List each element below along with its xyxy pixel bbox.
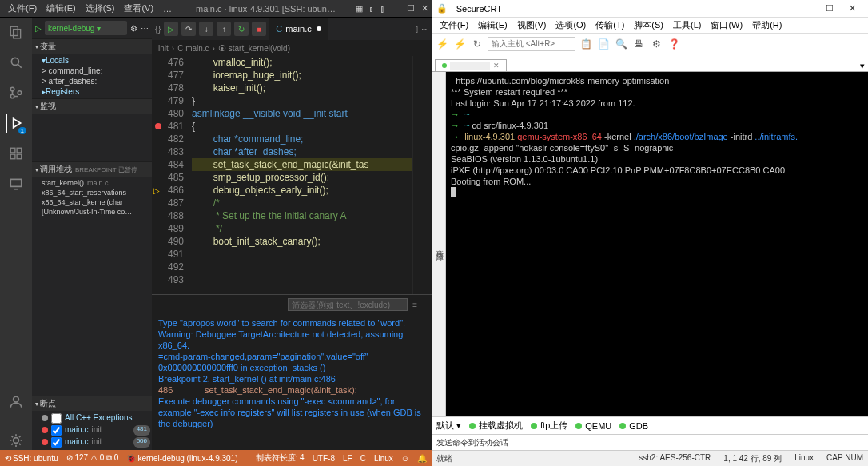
lang-status[interactable]: C (360, 454, 366, 463)
debug-config-select[interactable]: kernel-debug ▾ (45, 21, 127, 35)
debug-more-icon[interactable]: ⋯ (141, 24, 149, 33)
debug-icon[interactable]: 1 (6, 114, 25, 133)
account-icon[interactable] (6, 392, 26, 412)
tab-close-icon[interactable]: ✕ (493, 62, 500, 70)
step-over-button[interactable]: ↷ (181, 22, 196, 36)
panel-icon[interactable]: ⫿ (380, 4, 385, 14)
feedback-icon[interactable]: ☺ (401, 454, 409, 463)
console-more-icon[interactable]: ⋯ (417, 301, 425, 309)
print-icon[interactable]: 🖶 (631, 37, 646, 51)
bell-icon[interactable]: 🔔 (417, 454, 427, 463)
close-icon[interactable]: ✕ (421, 3, 428, 14)
filter-input[interactable] (288, 298, 408, 311)
split-icon[interactable]: ⫾ (369, 4, 374, 14)
source-control-icon[interactable] (6, 83, 26, 102)
bt-mount[interactable]: 挂载虚拟机 (469, 420, 523, 432)
eol-status[interactable]: LF (343, 454, 352, 463)
bt-default[interactable]: 默认 ▾ (436, 420, 461, 432)
variables-header[interactable]: ▾变量 (32, 39, 152, 54)
crt-session-tab[interactable]: ✕ (435, 59, 507, 71)
crt-status-ssh: ssh2: AES-256-CTR (639, 453, 711, 464)
minimize-icon[interactable]: — (392, 4, 400, 14)
braces-icon[interactable]: {} (155, 24, 161, 34)
crt-menu-help[interactable]: 帮助(H) (747, 19, 786, 31)
maximize-icon[interactable]: ☐ (407, 3, 415, 14)
crt-sidebar[interactable]: 诊所 清障 (432, 72, 446, 416)
help-icon[interactable]: ❓ (667, 37, 681, 51)
menu-select[interactable]: 选择(S) (81, 2, 120, 14)
debug-console[interactable]: Type "apropos word" to search for comman… (152, 314, 432, 450)
crt-menu-tools[interactable]: 工具(L) (668, 19, 706, 31)
svg-rect-9 (17, 148, 22, 153)
restart-button[interactable]: ↻ (234, 22, 249, 36)
extensions-icon[interactable] (6, 144, 26, 163)
bt-qemu[interactable]: QEMU (575, 421, 611, 431)
stack-frame[interactable]: start_kernel()main.c (40, 178, 152, 188)
minimize-button[interactable]: — (796, 1, 818, 17)
quick-connect-icon[interactable]: ⚡ (452, 37, 467, 51)
registers-header[interactable]: ▸ Registers (40, 86, 152, 97)
tabs-dropdown-icon[interactable]: ▾ (860, 61, 865, 71)
host-input[interactable] (488, 37, 575, 51)
os-status[interactable]: Linux (374, 454, 393, 463)
crt-menu-transfer[interactable]: 传输(T) (591, 19, 629, 31)
maximize-button[interactable]: ☐ (818, 1, 841, 17)
reconnect-icon[interactable]: ↻ (470, 37, 484, 51)
menu-edit[interactable]: 编辑(E) (42, 2, 81, 14)
remote-status[interactable]: ⟲ SSH: ubuntu (5, 454, 58, 463)
breadcrumb[interactable]: init › C main.c › ⦿ start_kernel(void) (152, 40, 432, 56)
connect-icon[interactable]: ⚡ (435, 37, 449, 51)
callstack-header[interactable]: ▾调用堆栈BREAKPOINT 已暂停 (32, 162, 152, 177)
layout-icon[interactable]: ▦ (355, 3, 363, 14)
menu-view[interactable]: 查看(V) (119, 2, 158, 14)
stack-frame[interactable]: x86_64_start_reservations (40, 188, 152, 197)
variable-row[interactable]: > after_dashes: (40, 76, 152, 86)
step-out-button[interactable]: ↑ (217, 22, 231, 36)
crt-menu-window[interactable]: 窗口(W) (706, 19, 747, 31)
explorer-icon[interactable] (6, 22, 26, 42)
crt-title-text: - SecureCRT (451, 4, 796, 14)
bt-gdb[interactable]: GDB (619, 421, 648, 431)
paste-icon[interactable]: 📄 (596, 37, 611, 51)
encoding-status[interactable]: UTF-8 (313, 454, 335, 463)
tabsize-status[interactable]: 制表符长度: 4 (256, 452, 305, 464)
bt-ftp[interactable]: ftp上传 (531, 420, 567, 432)
stack-frame[interactable]: x86_64_start_kernel(char (40, 197, 152, 207)
find-icon[interactable]: 🔍 (614, 37, 628, 51)
close-button[interactable]: ✕ (841, 1, 863, 17)
crt-terminal[interactable]: https://ubuntu.com/blog/microk8s-memory-… (446, 72, 868, 416)
crt-menu-file[interactable]: 文件(F) (435, 19, 473, 31)
options-icon[interactable]: ⚙ (649, 37, 663, 51)
crt-menu-view[interactable]: 视图(V) (512, 19, 551, 31)
breakpoints-header[interactable]: ▾断点 (32, 396, 152, 411)
debug-start-button[interactable]: ▷ (35, 24, 42, 33)
split-editor-icon[interactable]: ⫿ (415, 24, 420, 34)
editor-tab-main[interactable]: C main.c (269, 18, 328, 40)
crt-menu-edit[interactable]: 编辑(E) (473, 19, 512, 31)
crt-menu-script[interactable]: 脚本(S) (629, 19, 668, 31)
remote-icon[interactable] (6, 174, 26, 193)
breakpoint-row[interactable]: All C++ Exceptions (40, 412, 152, 424)
gear-icon[interactable] (6, 431, 26, 450)
debug-status[interactable]: 🐞 kernel-debug (linux-4.9.301) (126, 454, 237, 463)
stop-button[interactable]: ■ (252, 22, 266, 36)
crt-send-bar[interactable]: 发送命令到活动会话 (432, 434, 868, 450)
debug-settings-icon[interactable]: ⚙ (130, 24, 137, 33)
breakpoint-row[interactable]: main.c init481 (40, 424, 152, 436)
copy-icon[interactable]: 📋 (579, 37, 593, 51)
crt-menu-options[interactable]: 选项(O) (551, 19, 591, 31)
minimap[interactable] (412, 56, 432, 294)
search-icon[interactable] (6, 53, 26, 72)
problems-status[interactable]: ⊘ 127 ⚠ 0 ⧉ 0 (66, 453, 119, 463)
variable-row[interactable]: > command_line: (40, 66, 152, 76)
menu-more[interactable]: … (158, 4, 177, 14)
editor-more-icon[interactable]: ⋯ (422, 24, 427, 34)
locals-header[interactable]: ▾ Locals (40, 55, 152, 66)
continue-button[interactable]: ▷ (164, 22, 178, 36)
breakpoint-row[interactable]: main.c init506 (40, 436, 152, 448)
watch-header[interactable]: ▾监视 (32, 99, 152, 114)
step-into-button[interactable]: ↓ (199, 22, 213, 36)
menu-file[interactable]: 文件(F) (3, 2, 42, 14)
code-editor[interactable]: 476477478479480481482483484485486▷487488… (152, 56, 432, 294)
stack-frame[interactable]: [Unknown/Just-In-Time co… (40, 207, 152, 217)
